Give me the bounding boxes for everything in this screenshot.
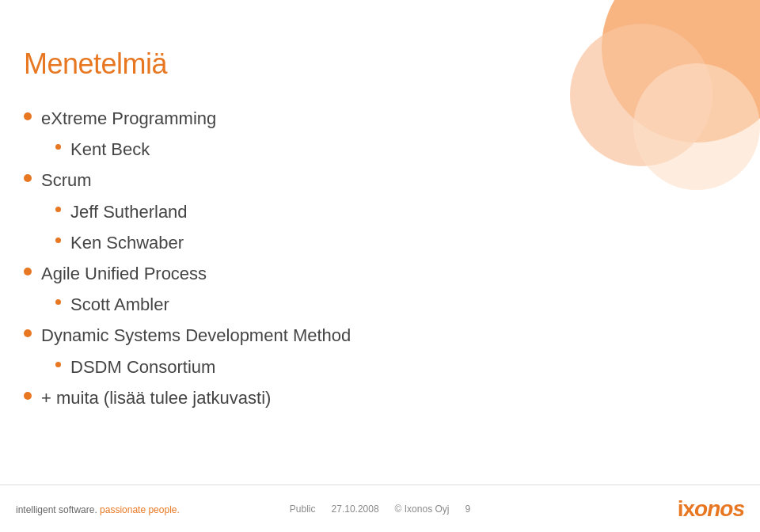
list-item-2: Agile Unified Process — [24, 260, 736, 287]
bullet-text-0: eXtreme Programming — [41, 104, 216, 132]
sub-bullet-text-2-0: Scott Ambler — [70, 291, 169, 318]
sub-bullet-dot-1-0 — [55, 207, 61, 212]
bullet-text-4: + muita (lisää tulee jatkuvasti) — [41, 384, 271, 412]
bullet-text-2: Agile Unified Process — [41, 260, 207, 287]
sub-bullet-dot-1-1 — [55, 238, 61, 243]
sub-bullet-dot-0-0 — [55, 144, 61, 150]
list-subitem-1-1: Ken Schwaber — [55, 229, 736, 256]
list-subitem-0-0: Kent Beck — [55, 135, 736, 163]
list-item-4: + muita (lisää tulee jatkuvasti) — [24, 384, 736, 412]
footer-status: Public — [290, 504, 316, 515]
footer-tagline: intelligent software. passionate people. — [16, 504, 180, 515]
bullet-list: eXtreme ProgrammingKent BeckScrumJeff Su… — [24, 104, 736, 412]
list-subitem-3-0: DSDM Consortium — [55, 353, 736, 381]
tagline-highlight: passionate people. — [100, 504, 180, 515]
footer-copyright: © Ixonos Oyj — [395, 504, 450, 515]
bullet-text-1: Scrum — [41, 166, 92, 194]
ixonos-logo-text: ixonos — [678, 496, 744, 521]
bullet-dot-4 — [24, 392, 32, 400]
bullet-dot-0 — [24, 112, 32, 120]
footer-page: 9 — [465, 504, 470, 515]
list-subitem-1-0: Jeff Sutherland — [55, 198, 736, 226]
sub-bullet-dot-2-0 — [55, 299, 61, 305]
footer-left: intelligent software. passionate people. — [16, 502, 290, 516]
slide-title: Menetelmiä — [24, 48, 736, 81]
list-item-0: eXtreme Programming — [24, 104, 736, 132]
list-subitem-2-0: Scott Ambler — [55, 291, 736, 318]
bullet-dot-1 — [24, 174, 32, 182]
list-item-3: Dynamic Systems Development Method — [24, 321, 736, 349]
sub-bullet-text-1-0: Jeff Sutherland — [70, 198, 188, 226]
sub-bullet-dot-3-0 — [55, 362, 61, 367]
ixonos-logo: ixonos — [678, 496, 744, 522]
footer-right: ixonos — [470, 496, 744, 522]
bullet-text-3: Dynamic Systems Development Method — [41, 321, 351, 349]
sub-bullet-text-3-0: DSDM Consortium — [70, 353, 215, 381]
footer-date: 27.10.2008 — [332, 504, 379, 515]
bullet-dot-3 — [24, 329, 32, 337]
sub-bullet-text-1-1: Ken Schwaber — [70, 229, 184, 256]
sub-bullet-text-0-0: Kent Beck — [70, 135, 150, 163]
bullet-dot-2 — [24, 268, 32, 276]
list-item-1: Scrum — [24, 166, 736, 194]
footer-center: Public 27.10.2008 © Ixonos Oyj 9 — [290, 504, 470, 515]
tagline-plain: intelligent software. — [16, 504, 100, 515]
footer: intelligent software. passionate people.… — [0, 484, 760, 532]
main-content: Menetelmiä eXtreme ProgrammingKent BeckS… — [24, 48, 736, 469]
